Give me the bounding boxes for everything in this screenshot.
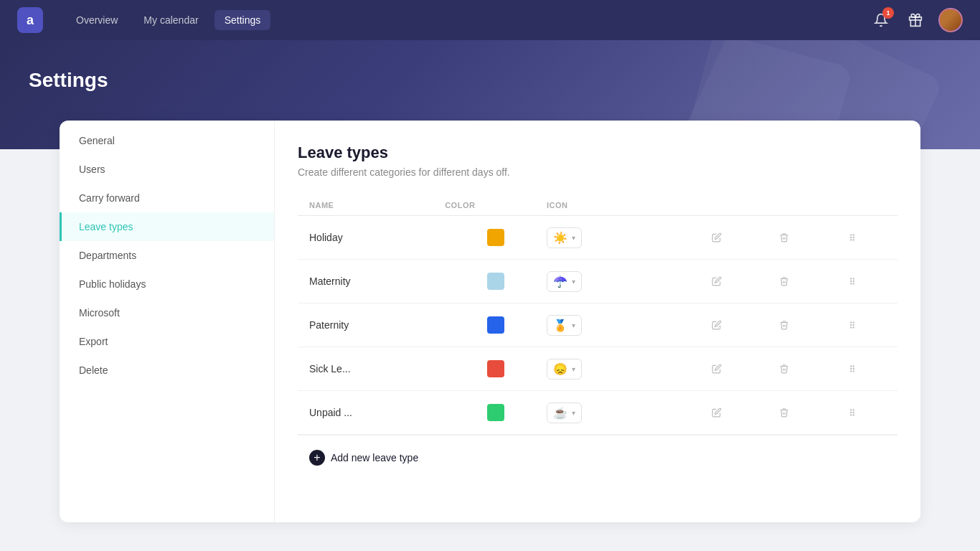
maternity-icon: ☂️ [553,275,567,288]
notification-badge: 1 [882,7,894,19]
icon-selector-sick[interactable]: 😞 ▾ [547,359,582,380]
col-icon: ICON [547,201,682,209]
icon-selector-paternity[interactable]: 🏅 ▾ [547,315,582,336]
color-col-paternity [445,316,547,334]
nav-my-calendar[interactable]: My calendar [133,10,208,30]
reorder-button-unpaid[interactable] [841,401,864,424]
sidebar-item-leave-types[interactable]: Leave types [60,212,274,241]
color-col-maternity [445,273,547,290]
chevron-down-icon: ▾ [572,321,575,329]
content-title: Leave types [298,143,897,162]
svg-point-9 [853,278,854,279]
svg-point-15 [853,322,854,323]
color-swatch-sick[interactable] [487,360,504,377]
content-header: Leave types Create different categories … [298,143,897,178]
edit-button-unpaid[interactable] [705,401,728,424]
settings-sidebar: General Users Carry forward Leave types … [60,121,275,522]
delete-button-unpaid[interactable] [773,401,796,424]
svg-point-28 [850,412,851,413]
svg-point-27 [853,410,854,410]
color-swatch-holiday[interactable] [487,229,504,246]
sidebar-item-users[interactable]: Users [60,155,274,184]
svg-point-6 [850,240,851,240]
reorder-button-paternity[interactable] [841,314,864,336]
table-row: Unpaid ... ☕ ▾ [298,391,897,435]
hero-title: Settings [29,69,951,92]
reorder-button-sick[interactable] [841,357,864,380]
svg-point-8 [850,278,851,279]
app-logo[interactable]: a [17,7,43,33]
notifications-button[interactable]: 1 [870,9,892,32]
color-swatch-paternity[interactable] [487,316,504,334]
edit-button-holiday[interactable] [705,226,728,249]
paternity-icon: 🏅 [553,319,567,332]
color-col-sick [445,360,547,377]
sidebar-item-public-holidays[interactable]: Public holidays [60,270,274,298]
add-leave-row: + Add new leave type [298,435,897,480]
svg-point-29 [853,412,854,413]
sidebar-item-microsoft[interactable]: Microsoft [60,298,274,327]
icon-col-unpaid: ☕ ▾ [547,402,682,423]
main-container: General Users Carry forward Leave types … [31,121,949,551]
edit-button-sick[interactable] [705,357,728,380]
icon-col-holiday: ☀️ ▾ [547,227,682,248]
delete-button-maternity[interactable] [773,270,796,293]
leave-name-unpaid: Unpaid ... [309,407,445,418]
svg-point-26 [850,410,851,410]
edit-button-paternity[interactable] [705,314,728,336]
col-color: COLOR [445,201,547,209]
gift-button[interactable] [904,9,927,32]
col-delete [750,201,819,209]
color-swatch-unpaid[interactable] [487,404,504,421]
reorder-button-maternity[interactable] [841,270,864,293]
nav-settings[interactable]: Settings [215,10,271,30]
leave-types-content: Leave types Create different categories … [275,121,920,522]
col-edit [682,201,750,209]
svg-point-22 [850,368,851,369]
navbar: a Overview My calendar Settings 1 [0,0,980,40]
svg-point-18 [850,327,851,328]
add-leave-type-button[interactable]: + Add new leave type [309,450,418,466]
edit-button-maternity[interactable] [705,270,728,293]
color-swatch-maternity[interactable] [487,273,504,290]
icon-col-sick: 😞 ▾ [547,359,682,380]
sidebar-item-general[interactable]: General [60,126,274,155]
icon-selector-holiday[interactable]: ☀️ ▾ [547,227,582,248]
svg-point-7 [853,240,854,240]
nav-right: 1 [870,8,963,32]
reorder-button-holiday[interactable] [841,226,864,249]
leave-name-paternity: Paternity [309,319,445,331]
content-subtitle: Create different categories for differen… [298,166,897,178]
table-row: Paternity 🏅 ▾ [298,303,897,347]
svg-point-19 [853,327,854,328]
sidebar-item-delete[interactable]: Delete [60,356,274,385]
svg-point-5 [853,237,854,237]
sidebar-item-carry-forward[interactable]: Carry forward [60,184,274,212]
sidebar-item-export[interactable]: Export [60,327,274,356]
svg-point-25 [853,371,854,372]
nav-overview[interactable]: Overview [66,10,128,30]
table-row: Sick Le... 😞 ▾ [298,347,897,391]
table-row: Maternity ☂️ ▾ [298,260,897,303]
table-header: NAME COLOR ICON [298,195,897,216]
svg-point-4 [850,237,851,237]
svg-point-12 [850,283,851,284]
delete-button-sick[interactable] [773,357,796,380]
avatar[interactable] [938,8,963,32]
svg-point-20 [850,366,851,367]
chevron-down-icon: ▾ [572,409,575,417]
sidebar-item-departments[interactable]: Departments [60,241,274,270]
icon-selector-unpaid[interactable]: ☕ ▾ [547,402,582,423]
svg-point-30 [850,415,851,415]
icon-selector-maternity[interactable]: ☂️ ▾ [547,271,582,292]
leave-name-maternity: Maternity [309,276,445,287]
icon-col-maternity: ☂️ ▾ [547,271,682,292]
col-name: NAME [309,201,445,209]
leave-name-holiday: Holiday [309,232,445,243]
delete-button-holiday[interactable] [773,226,796,249]
svg-point-17 [853,324,854,325]
add-circle-icon: + [309,450,325,466]
delete-button-paternity[interactable] [773,314,796,336]
col-reorder [818,201,886,209]
content-card: General Users Carry forward Leave types … [60,121,920,522]
